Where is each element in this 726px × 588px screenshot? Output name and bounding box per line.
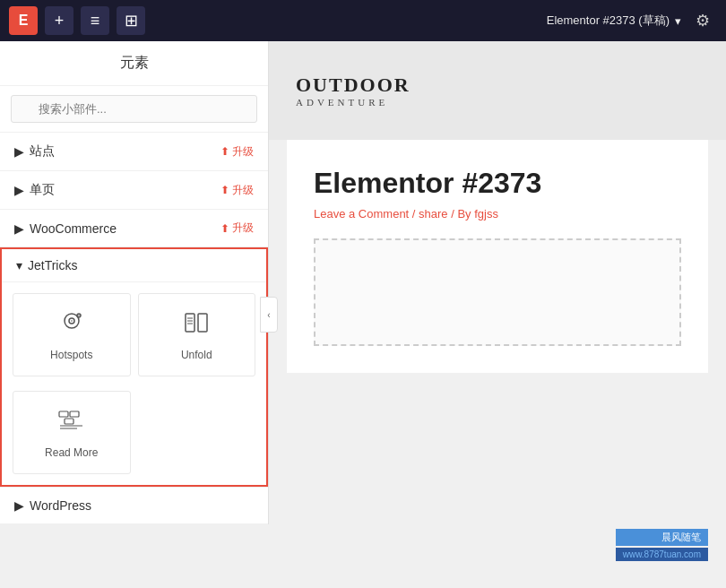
brand-tagline: ADVENTURE — [296, 97, 411, 108]
woocommerce-upgrade[interactable]: ⬆ 升级 — [220, 220, 254, 236]
svg-point-4 — [71, 320, 73, 322]
jettricks-header[interactable]: ▾ JetTricks — [2, 249, 266, 282]
structure-icon: ⊞ — [125, 11, 138, 30]
wordpress-arrow: ▶ — [14, 498, 24, 513]
sidebar-item-station[interactable]: ▶ 站点 ⬆ 升级 — [0, 133, 268, 171]
widgets-grid: Hotspots Unfo — [2, 282, 266, 387]
single-upgrade[interactable]: ⬆ 升级 — [220, 183, 254, 198]
post-title: Elementor #2373 — [314, 167, 681, 200]
upgrade-icon: ⬆ — [220, 145, 229, 158]
brand-logo: OUTDOOR ADVENTURE — [296, 74, 411, 108]
sidebar-title: 元素 — [0, 41, 268, 86]
elementor-logo[interactable]: E — [9, 6, 38, 35]
jettricks-section: ▾ JetTricks — [0, 247, 268, 487]
search-input[interactable] — [11, 95, 257, 123]
widget-unfold[interactable]: Unfold — [138, 293, 256, 376]
post-meta: Leave a Comment / share / By fgjss — [314, 207, 681, 220]
station-upgrade[interactable]: ⬆ 升级 — [220, 144, 254, 160]
document-title: Elementor #2373 (草稿) ▾ — [547, 13, 681, 29]
sidebar-item-woocommerce[interactable]: ▶ WooCommerce ⬆ 升级 — [0, 210, 268, 247]
collapse-icon: ‹ — [267, 310, 270, 320]
single-arrow: ▶ — [14, 183, 24, 197]
add-element-button[interactable]: + — [45, 6, 73, 35]
upgrade-icon-2: ⬆ — [220, 184, 229, 196]
settings-button[interactable]: ⚙ — [688, 6, 717, 35]
structure-button[interactable]: ⊞ — [117, 6, 145, 35]
watermark-line2: www.8787tuan.com — [616, 548, 708, 561]
jettricks-title: ▾ JetTricks — [16, 258, 77, 272]
read-more-area: Read More — [2, 391, 266, 485]
sidebar-collapse-handle[interactable]: ‹ — [260, 297, 278, 333]
svg-point-3 — [78, 315, 80, 316]
woocommerce-arrow: ▶ — [14, 221, 24, 236]
widget-read-more[interactable]: Read More — [13, 391, 131, 474]
read-more-label: Read More — [45, 446, 98, 459]
canvas-area: OUTDOOR ADVENTURE Elementor #2373 Leave … — [269, 41, 726, 588]
main-layout: 元素 🔍 ▶ 站点 ⬆ 升级 — [0, 41, 726, 588]
upgrade-icon-3: ⬆ — [220, 222, 229, 235]
sidebar: 元素 🔍 ▶ 站点 ⬆ 升级 — [0, 41, 269, 524]
wordpress-label: ▶ WordPress — [14, 498, 91, 513]
station-label: ▶ 站点 — [14, 143, 55, 160]
station-arrow: ▶ — [14, 144, 24, 159]
svg-rect-10 — [59, 411, 68, 417]
search-box: 🔍 — [0, 86, 268, 133]
post-meta-text: Leave a Comment / share / By fgjss — [314, 207, 498, 220]
brand-name: OUTDOOR — [296, 74, 411, 97]
watermark-line1: 晨风随笔 — [616, 529, 708, 546]
unfold-icon — [182, 308, 211, 343]
top-toolbar: E + ≡ ⊞ Elementor #2373 (草稿) ▾ ⚙ — [0, 0, 726, 41]
logo-letter: E — [19, 13, 29, 29]
document-title-text: Elementor #2373 (草稿) — [547, 13, 670, 29]
responsive-button[interactable]: ≡ — [81, 6, 109, 35]
watermark: 晨风随笔 www.8787tuan.com — [616, 529, 708, 561]
jettricks-arrow: ▾ — [16, 258, 22, 272]
hotspots-icon — [57, 308, 86, 343]
svg-rect-12 — [65, 419, 73, 424]
gear-icon: ⚙ — [696, 11, 710, 30]
sidebar-container: 元素 🔍 ▶ 站点 ⬆ 升级 — [0, 41, 269, 588]
content-placeholder[interactable] — [314, 238, 681, 346]
canvas-content: Elementor #2373 Leave a Comment / share … — [287, 140, 708, 373]
svg-rect-5 — [186, 314, 194, 332]
search-wrapper: 🔍 — [11, 95, 257, 123]
svg-rect-6 — [198, 314, 207, 332]
read-more-icon — [57, 406, 86, 441]
chevron-down-icon: ▾ — [675, 14, 681, 28]
svg-rect-11 — [70, 411, 79, 417]
sidebar-item-wordpress[interactable]: ▶ WordPress — [0, 487, 268, 524]
hotspots-label: Hotspots — [50, 349, 92, 361]
single-label: ▶ 单页 — [14, 182, 55, 198]
unfold-label: Unfold — [181, 349, 212, 361]
widget-hotspots[interactable]: Hotspots — [13, 293, 131, 376]
canvas-banner: OUTDOOR ADVENTURE — [269, 41, 726, 140]
responsive-icon: ≡ — [91, 12, 100, 30]
woocommerce-label: ▶ WooCommerce — [14, 221, 117, 236]
plus-icon: + — [55, 12, 65, 30]
sidebar-item-single[interactable]: ▶ 单页 ⬆ 升级 — [0, 171, 268, 210]
